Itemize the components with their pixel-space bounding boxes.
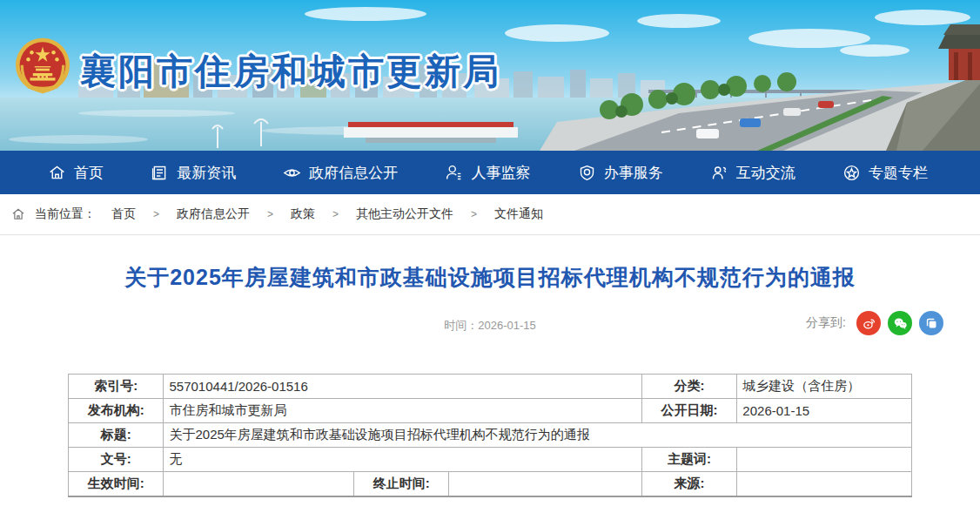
nav-item-home[interactable]: 首页: [48, 163, 104, 183]
publish-date-label: 公开日期:: [641, 399, 736, 423]
page-title: 关于2025年房屋建筑和市政基础设施项目招标代理机构不规范行为的通报: [0, 263, 980, 292]
table-row: 索引号: 557010441/2026-01516 分类: 城乡建设（含住房）: [69, 375, 912, 399]
person-icon: [445, 164, 463, 182]
nav-item-label: 最新资讯: [177, 163, 236, 183]
source-label: 来源:: [641, 472, 736, 496]
breadcrumb-item-policy[interactable]: 政策: [291, 206, 315, 222]
copy-link-icon: [924, 316, 939, 331]
chat-people-icon: [710, 164, 728, 182]
source-value: [737, 472, 912, 496]
nav-item-label: 互动交流: [736, 163, 795, 183]
doc-title-value: 关于2025年房屋建筑和市政基础设施项目招标代理机构不规范行为的通报: [164, 423, 912, 448]
nav-item-personnel[interactable]: 人事监察: [445, 163, 530, 183]
article-meta-row: 时间：2026-01-15 分享到:: [0, 311, 980, 339]
table-row: 生效时间: 终止时间: 来源:: [69, 472, 912, 496]
nav-item-gov-info[interactable]: 政府信息公开: [283, 163, 398, 183]
breadcrumb-separator: >: [153, 208, 159, 220]
publisher-label: 发布机构:: [69, 399, 164, 423]
nav-item-label: 人事监察: [471, 163, 530, 183]
breadcrumb-separator: >: [267, 208, 273, 220]
home-icon: [48, 164, 66, 182]
site-banner: 襄阳市住房和城市更新局: [0, 0, 980, 151]
table-row: 标题: 关于2025年房屋建筑和市政基础设施项目招标代理机构不规范行为的通报: [69, 423, 912, 448]
nav-item-label: 首页: [74, 163, 104, 183]
shield-icon: [578, 164, 596, 182]
share-wechat-button[interactable]: [888, 311, 912, 335]
share-label: 分享到:: [806, 315, 846, 331]
national-emblem-logo: [14, 35, 71, 108]
nav-item-label: 专题专栏: [869, 163, 928, 183]
star-icon: [842, 164, 861, 182]
effective-date-value: [164, 472, 354, 496]
nav-item-services[interactable]: 办事服务: [578, 163, 663, 183]
nav-item-interaction[interactable]: 互动交流: [710, 163, 795, 183]
nav-item-special-topics[interactable]: 专题专栏: [842, 163, 928, 183]
publish-time-label: 时间：: [444, 319, 478, 332]
breadcrumb: 当前位置： 首页 > 政府信息公开 > 政策 > 其他主动公开文件 > 文件通知: [0, 194, 980, 235]
doc-number-value: 无: [164, 448, 641, 472]
breadcrumb-item-other-open-docs[interactable]: 其他主动公开文件: [356, 206, 453, 222]
index-number-label: 索引号:: [69, 375, 164, 399]
main-nav: 首页 最新资讯 政府信息公开 人事监察 办事服务 互动交流 专题专栏: [0, 151, 980, 194]
share-bar: 分享到:: [806, 311, 943, 335]
keywords-label: 主题词:: [641, 448, 736, 472]
weibo-icon: [862, 316, 876, 331]
expiry-date-value: [448, 472, 641, 496]
share-weibo-button[interactable]: [856, 311, 881, 335]
breadcrumb-item-doc-notice[interactable]: 文件通知: [494, 206, 543, 222]
table-row: 文号: 无 主题词:: [69, 448, 912, 472]
publish-date-value: 2026-01-15: [737, 399, 912, 423]
breadcrumb-item-home[interactable]: 首页: [111, 206, 136, 222]
nav-item-label: 办事服务: [604, 163, 663, 183]
breadcrumb-label: 当前位置：: [35, 206, 96, 222]
breadcrumb-separator: >: [332, 208, 339, 220]
doc-title-label: 标题:: [69, 423, 164, 448]
site-title: 襄阳市住房和城市更新局: [80, 48, 501, 96]
home-icon: [10, 206, 26, 222]
doc-number-label: 文号:: [69, 448, 164, 472]
nav-item-label: 政府信息公开: [309, 163, 398, 183]
publisher-value: 市住房和城市更新局: [164, 399, 641, 423]
index-number-value: 557010441/2026-01516: [164, 375, 641, 399]
nav-item-news[interactable]: 最新资讯: [151, 163, 236, 183]
wechat-icon: [893, 316, 908, 331]
news-icon: [151, 164, 169, 182]
category-label: 分类:: [641, 375, 736, 399]
keywords-value: [737, 448, 912, 472]
breadcrumb-item-gov-info[interactable]: 政府信息公开: [177, 206, 250, 222]
effective-date-label: 生效时间:: [69, 472, 164, 496]
expiry-date-label: 终止时间:: [354, 472, 449, 496]
document-meta-table: 索引号: 557010441/2026-01516 分类: 城乡建设（含住房） …: [68, 374, 912, 497]
breadcrumb-separator: >: [471, 208, 477, 220]
category-value: 城乡建设（含住房）: [737, 375, 912, 399]
publish-time-value: 2026-01-15: [478, 319, 536, 332]
table-row: 发布机构: 市住房和城市更新局 公开日期: 2026-01-15: [69, 399, 912, 423]
eye-icon: [283, 164, 301, 182]
share-copy-button[interactable]: [919, 311, 943, 335]
